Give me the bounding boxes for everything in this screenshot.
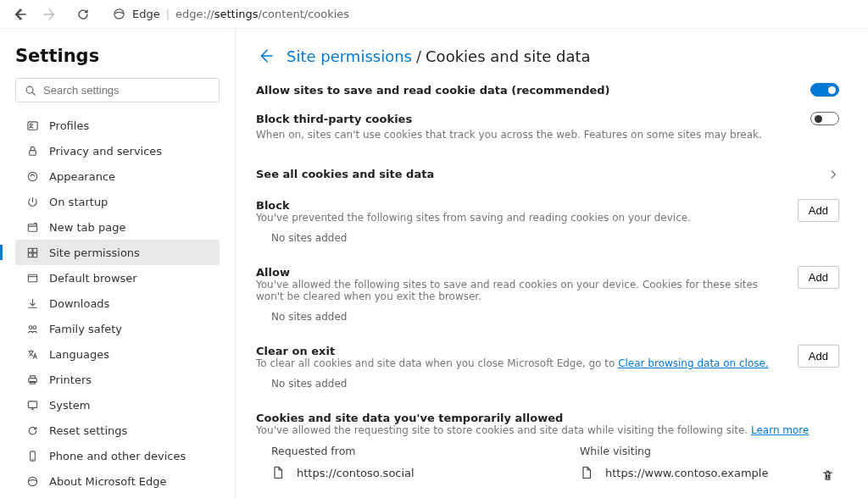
sidebar-item-label: New tab page	[49, 221, 125, 234]
sidebar-item-label: Privacy and services	[49, 145, 162, 158]
document-icon	[271, 466, 285, 479]
block-third-party-title: Block third-party cookies	[256, 113, 412, 125]
allow-cookies-toggle[interactable]	[810, 83, 839, 97]
forward-button[interactable]	[37, 3, 61, 26]
svg-rect-8	[32, 248, 36, 252]
edge-icon	[112, 8, 125, 21]
breadcrumb-separator: /	[416, 47, 421, 65]
sidebar-item-about-microsoft-edge[interactable]: About Microsoft Edge	[15, 468, 220, 494]
svg-rect-7	[28, 248, 32, 252]
sidebar-item-appearance[interactable]: Appearance	[15, 163, 220, 189]
sidebar-item-label: On startup	[49, 196, 108, 208]
sidebar-item-privacy-and-services[interactable]: Privacy and services	[15, 138, 220, 163]
block-third-party-toggle[interactable]	[810, 112, 839, 125]
svg-rect-9	[28, 252, 32, 257]
search-input-wrap[interactable]	[15, 78, 220, 102]
svg-point-17	[28, 477, 36, 485]
clear-add-button[interactable]: Add	[798, 345, 839, 368]
sidebar-item-label: Default browser	[49, 272, 137, 285]
power-icon	[25, 195, 39, 208]
sidebar-item-label: Downloads	[49, 297, 109, 310]
svg-point-5	[28, 172, 36, 180]
clear-browsing-data-link[interactable]: Clear browsing data on close.	[618, 357, 769, 369]
sidebar-item-system[interactable]: System	[15, 392, 220, 418]
svg-rect-6	[28, 224, 36, 230]
edge-icon	[25, 474, 39, 488]
block-add-button[interactable]: Add	[798, 199, 839, 222]
navbar: Edge | edge://settings/content/cookies	[0, 0, 868, 29]
sidebar-item-label: Reset settings	[49, 424, 127, 437]
appearance-icon	[25, 169, 39, 183]
temp-requested-cell: https://contoso.social	[256, 466, 531, 479]
lock-icon	[25, 144, 39, 158]
allow-empty: No sites added	[256, 302, 839, 326]
allow-add-button[interactable]: Add	[798, 266, 839, 289]
download-icon	[25, 296, 39, 310]
document-icon	[580, 466, 593, 479]
search-input[interactable]	[43, 84, 210, 97]
breadcrumb: Site permissions / Cookies and site data	[256, 46, 839, 66]
user-card-icon	[25, 119, 39, 132]
sidebar-item-label: Profiles	[49, 119, 89, 132]
block-empty: No sites added	[256, 224, 839, 247]
temp-visiting-url: https://www.contoso.example	[605, 467, 768, 479]
clear-empty: No sites added	[256, 369, 839, 393]
sidebar-item-on-startup[interactable]: On startup	[15, 189, 220, 214]
printer-icon	[25, 373, 39, 386]
svg-rect-15	[28, 401, 36, 407]
url-text: Edge | edge://settings/content/cookies	[132, 8, 349, 20]
allow-section-title: Allow	[256, 266, 787, 279]
temp-table: Requested from https://contoso.social Wh…	[256, 445, 839, 487]
new-tab-icon	[25, 220, 39, 234]
sidebar-item-label: Family safety	[49, 323, 122, 335]
sidebar-item-printers[interactable]: Printers	[15, 367, 220, 392]
temp-col-visiting: While visiting https://www.contoso.examp…	[565, 445, 839, 487]
svg-point-12	[29, 325, 32, 329]
sidebar-item-phone-and-other-devices[interactable]: Phone and other devices	[15, 443, 220, 468]
sidebar-item-default-browser[interactable]: Default browser	[15, 265, 220, 290]
url-bar[interactable]: Edge | edge://settings/content/cookies	[112, 8, 349, 21]
block-section-sub: You've prevented the following sites fro…	[256, 212, 787, 224]
refresh-button[interactable]	[71, 3, 95, 26]
sidebar-item-label: Languages	[49, 348, 109, 361]
search-icon	[25, 85, 36, 97]
sidebar-item-label: Site permissions	[49, 246, 140, 259]
temp-section-sub: You've allowed the requesting site to st…	[256, 424, 839, 436]
delete-temp-button[interactable]	[815, 463, 839, 487]
sidebar-item-new-tab-page[interactable]: New tab page	[15, 214, 220, 240]
col-visiting-head: While visiting	[565, 445, 805, 457]
allow-section-sub: You've allowed the following sites to sa…	[256, 279, 787, 302]
sidebar-item-languages[interactable]: Languages	[15, 341, 220, 367]
block-section: Block You've prevented the following sit…	[256, 199, 839, 247]
sidebar-item-family-safety[interactable]: Family safety	[15, 316, 220, 341]
allow-cookies-title: Allow sites to save and read cookie data…	[256, 84, 610, 97]
breadcrumb-parent[interactable]: Site permissions	[287, 47, 412, 65]
learn-more-link[interactable]: Learn more	[751, 424, 809, 436]
family-icon	[25, 322, 39, 335]
sidebar-item-label: System	[49, 399, 90, 412]
language-icon	[25, 347, 39, 361]
sidebar-item-label: Phone and other devices	[49, 450, 186, 462]
sidebar-item-downloads[interactable]: Downloads	[15, 290, 220, 316]
svg-rect-4	[29, 150, 36, 155]
block-section-title: Block	[256, 199, 787, 212]
sidebar-item-site-permissions[interactable]: Site permissions	[15, 240, 220, 265]
see-all-cookies-row[interactable]: See all cookies and site data	[256, 158, 839, 191]
sidebar-item-profiles[interactable]: Profiles	[15, 113, 220, 138]
reset-icon	[25, 423, 39, 437]
block-third-party-sub: When on, sites can't use cookies that tr…	[256, 129, 839, 141]
clear-section-sub: To clear all cookies and site data when …	[256, 357, 787, 369]
temp-requested-url: https://contoso.social	[297, 467, 415, 479]
back-button[interactable]	[8, 3, 32, 26]
svg-point-13	[32, 325, 36, 329]
sidebar-item-reset-settings[interactable]: Reset settings	[15, 418, 220, 443]
temp-allowed-section: Cookies and site data you've temporarily…	[256, 412, 839, 487]
sidebar-item-label: About Microsoft Edge	[49, 475, 167, 488]
sidebar-item-label: Printers	[49, 374, 92, 386]
allow-section: Allow You've allowed the following sites…	[256, 266, 839, 326]
breadcrumb-current: Cookies and site data	[426, 47, 591, 65]
chevron-right-icon	[827, 169, 839, 180]
svg-rect-10	[32, 252, 36, 257]
col-requested-head: Requested from	[256, 445, 531, 457]
breadcrumb-back-icon[interactable]	[256, 46, 276, 66]
